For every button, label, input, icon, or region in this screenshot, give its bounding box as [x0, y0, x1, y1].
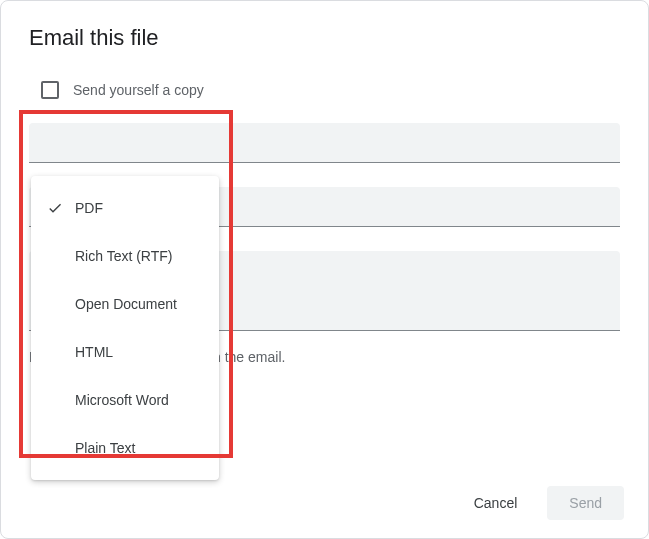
dialog-content: Send yourself a copy Don't attach. Inclu… — [1, 51, 648, 423]
check-icon — [47, 200, 75, 216]
format-option-label: Microsoft Word — [75, 392, 169, 408]
send-copy-label: Send yourself a copy — [73, 82, 204, 98]
email-file-dialog: Email this file Send yourself a copy Don… — [0, 0, 649, 539]
recipient-field[interactable] — [29, 123, 620, 163]
format-option-odt[interactable]: Open Document — [31, 280, 219, 328]
format-option-txt[interactable]: Plain Text — [31, 424, 219, 472]
send-copy-checkbox[interactable] — [41, 81, 59, 99]
format-option-label: Plain Text — [75, 440, 135, 456]
format-option-label: Open Document — [75, 296, 177, 312]
cancel-button[interactable]: Cancel — [452, 486, 540, 520]
format-option-label: Rich Text (RTF) — [75, 248, 173, 264]
format-option-label: HTML — [75, 344, 113, 360]
dialog-title: Email this file — [1, 1, 648, 51]
format-option-pdf[interactable]: PDF — [31, 184, 219, 232]
format-option-rtf[interactable]: Rich Text (RTF) — [31, 232, 219, 280]
format-option-label: PDF — [75, 200, 103, 216]
format-option-docx[interactable]: Microsoft Word — [31, 376, 219, 424]
format-dropdown-menu: PDF Rich Text (RTF) Open Document HTML M… — [31, 176, 219, 480]
send-copy-row: Send yourself a copy — [29, 81, 620, 99]
format-option-html[interactable]: HTML — [31, 328, 219, 376]
send-button[interactable]: Send — [547, 486, 624, 520]
dialog-actions: Cancel Send — [452, 486, 624, 520]
